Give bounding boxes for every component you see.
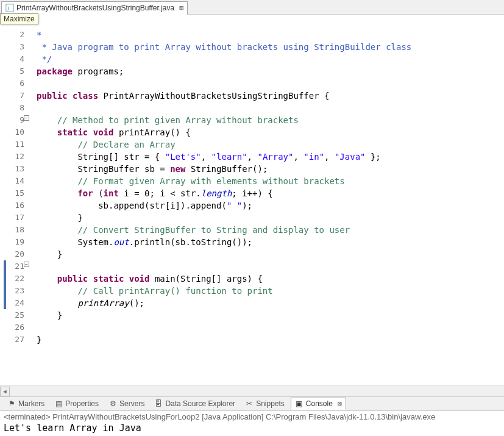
tab-console[interactable]: ▣Console⊠ <box>291 398 346 410</box>
code-area[interactable]: * * Java program to print Array without … <box>30 15 504 385</box>
fold-icon[interactable]: − <box>24 262 29 267</box>
console-output: Let's learn Array in Java <box>4 421 500 435</box>
console-panel: <terminated> PrintArrayWithoutBracketsUs… <box>0 411 504 436</box>
line-gutter: 2345 678 9− 1011121314 151617181920 21− … <box>0 15 30 385</box>
editor-tab[interactable]: J PrintArrayWithoutBracketsUsingStringBu… <box>1 1 188 15</box>
maximize-tooltip: Maximize <box>0 13 38 24</box>
scroll-left-icon[interactable]: ◄ <box>0 387 10 396</box>
markers-icon: ⚑ <box>7 399 16 408</box>
tab-servers[interactable]: ⚙Servers <box>105 398 148 409</box>
tab-markers[interactable]: ⚑Markers <box>4 398 48 409</box>
java-file-icon: J <box>5 4 14 12</box>
editor-tabbar: J PrintArrayWithoutBracketsUsingStringBu… <box>0 0 504 15</box>
fold-icon[interactable]: − <box>24 115 29 121</box>
svg-text:J: J <box>7 5 10 12</box>
horizontal-scrollbar[interactable]: ◄ <box>0 385 504 396</box>
code-editor[interactable]: 2345 678 9− 1011121314 151617181920 21− … <box>0 15 504 385</box>
bottom-panel-tabs: ⚑Markers ▤Properties ⚙Servers 🗄Data Sour… <box>0 396 504 411</box>
console-header: <terminated> PrintArrayWithoutBracketsUs… <box>4 412 500 421</box>
close-icon[interactable]: ⊠ <box>179 4 183 12</box>
tab-properties[interactable]: ▤Properties <box>51 398 102 409</box>
snippets-icon: ✂ <box>245 399 254 408</box>
console-icon: ▣ <box>295 399 303 408</box>
close-icon[interactable]: ⊠ <box>338 399 342 408</box>
database-icon: 🗄 <box>154 399 163 408</box>
servers-icon: ⚙ <box>108 399 117 408</box>
tab-snippets[interactable]: ✂Snippets <box>241 398 288 409</box>
tab-filename: PrintArrayWithoutBracketsUsingStringBuff… <box>16 4 174 12</box>
properties-icon: ▤ <box>54 399 63 408</box>
tab-data-source-explorer[interactable]: 🗄Data Source Explorer <box>151 398 239 409</box>
